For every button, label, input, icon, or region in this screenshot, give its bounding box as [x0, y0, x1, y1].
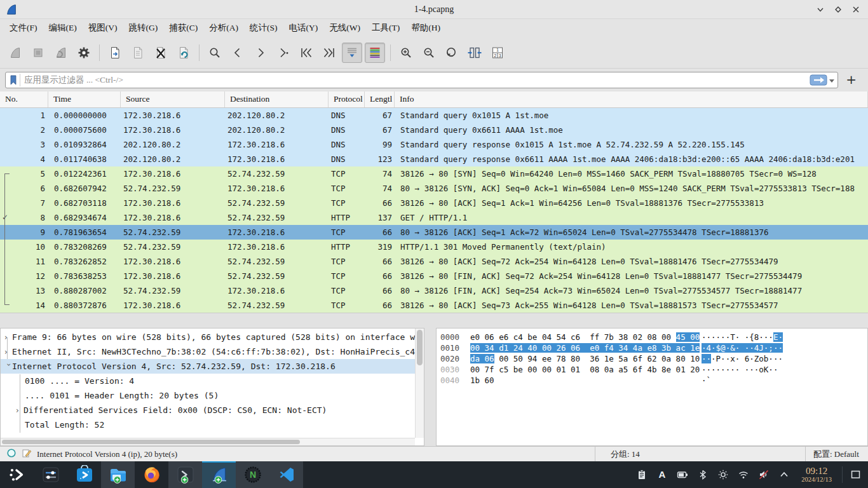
tray-clipboard-icon[interactable]: [634, 466, 650, 483]
colorize-button[interactable]: [365, 43, 385, 63]
close-button[interactable]: [850, 4, 862, 15]
details-line-3[interactable]: 0100 .... = Version: 4: [1, 374, 415, 388]
tray-wifi-icon[interactable]: [735, 466, 752, 483]
hex-bytes[interactable]: 1b 60: [470, 375, 697, 386]
zoom-out-button[interactable]: [419, 43, 439, 63]
details-line-4[interactable]: .... 0101 = Header Length: 20 bytes (5): [1, 388, 415, 403]
menu-go[interactable]: 跳转(G): [123, 20, 164, 36]
taskbar-clock[interactable]: 09:12 2024/12/13: [796, 466, 837, 484]
menu-wireless[interactable]: 无线(W): [323, 20, 366, 36]
hex-row-0030[interactable]: 003000 7f c5 be 00 00 01 01 08 0a a5 6f …: [440, 364, 867, 375]
packet-row-10[interactable]: 100.78320826952.74.232.59172.30.218.6HTT…: [0, 240, 868, 254]
hex-row-0020[interactable]: 0020da 06 00 50 94 ee 78 80 36 1e 5a 6f …: [440, 353, 867, 364]
packet-row-13[interactable]: 130.88028700252.74.232.59172.30.218.6TCP…: [0, 283, 868, 298]
capture-options-button[interactable]: [74, 43, 94, 63]
expand-icon[interactable]: ›: [16, 403, 24, 417]
details-line-1[interactable]: ›Ethernet II, Src: NewH3CTechno_7b:38:02…: [1, 344, 415, 359]
hex-ascii[interactable]: ········ ···oK··: [702, 364, 778, 375]
packet-row-1[interactable]: 10.000000000172.30.218.6202.120.80.2DNS6…: [0, 108, 868, 123]
go-forward-button[interactable]: [250, 43, 271, 63]
hex-row-0010[interactable]: 001000 34 d1 24 40 00 26 06 e0 f4 34 4a …: [440, 342, 867, 353]
column-header-info[interactable]: Info: [395, 92, 868, 107]
tray-arrow-up-icon[interactable]: [776, 466, 792, 483]
hex-row-0040[interactable]: 00401b 60·`: [440, 375, 867, 386]
menu-file[interactable]: 文件(F): [4, 20, 43, 36]
menu-view[interactable]: 视图(V): [83, 20, 123, 36]
menu-tools[interactable]: 工具(T): [366, 20, 405, 36]
column-header-len[interactable]: Lengtl: [365, 92, 395, 107]
go-last-button[interactable]: [319, 43, 339, 63]
column-header-src[interactable]: Source: [121, 92, 225, 107]
file-reload-button[interactable]: [173, 43, 194, 63]
column-header-pro[interactable]: Protocol: [329, 92, 365, 107]
packet-row-14[interactable]: 140.880372876172.30.218.652.74.232.59TCP…: [0, 298, 868, 313]
go-first-button[interactable]: [296, 43, 316, 63]
zoom-reset-button[interactable]: [442, 43, 462, 63]
expand-icon[interactable]: ›: [4, 330, 12, 344]
number-columns-button[interactable]: 123: [487, 43, 508, 63]
display-filter-input[interactable]: [20, 75, 810, 85]
file-save-button[interactable]: [128, 43, 148, 63]
expert-info-icon[interactable]: [6, 448, 17, 461]
details-line-5[interactable]: ›Differentiated Services Field: 0x00 (DS…: [1, 403, 415, 417]
auto-scroll-button[interactable]: [342, 43, 362, 63]
taskbar-app-firefox[interactable]: [135, 461, 168, 488]
details-horizontal-scrollbar[interactable]: [1, 438, 415, 445]
tray-volume-muted-icon[interactable]: [756, 466, 772, 483]
menu-telephony[interactable]: 电话(Y): [283, 20, 324, 36]
hex-bytes[interactable]: e0 06 e6 c4 be 04 54 c6 ff 7b 38 02 08 0…: [470, 332, 697, 342]
capture-comment-icon[interactable]: [22, 448, 32, 461]
hex-ascii[interactable]: ·4·$@·&· ··4J·;··: [702, 342, 783, 353]
taskbar-app-launcher[interactable]: [0, 461, 34, 488]
tray-bluetooth-icon[interactable]: [695, 466, 711, 483]
go-to-packet-button[interactable]: [273, 43, 294, 63]
hex-ascii[interactable]: ···P··x· 6·Zob···: [702, 353, 783, 364]
taskbar-app-app-store[interactable]: [67, 461, 101, 488]
details-line-2[interactable]: ›Internet Protocol Version 4, Src: 52.74…: [1, 359, 415, 374]
column-header-no[interactable]: No.: [0, 92, 48, 107]
packet-row-4[interactable]: 40.011740638202.120.80.2172.30.218.6DNS1…: [0, 152, 868, 166]
menu-capture[interactable]: 捕获(C): [163, 20, 203, 36]
details-line-6[interactable]: Total Length: 52: [1, 417, 415, 432]
packet-row-12[interactable]: 120.783638253172.30.218.652.74.232.59TCP…: [0, 269, 868, 283]
packet-row-9[interactable]: 90.78196365452.74.232.59172.30.218.6TCP6…: [0, 225, 868, 240]
show-desktop-button[interactable]: [848, 466, 864, 483]
tray-brightness-icon[interactable]: [715, 466, 731, 483]
packet-row-5[interactable]: 50.012242361172.30.218.652.74.232.59TCP7…: [0, 166, 868, 181]
packet-row-11[interactable]: 110.783262852172.30.218.652.74.232.59TCP…: [0, 254, 868, 269]
column-header-time[interactable]: Time: [48, 92, 121, 107]
tray-input-method-icon[interactable]: A: [654, 466, 670, 483]
capture-restart-button[interactable]: [51, 43, 71, 63]
apply-filter-button[interactable]: [810, 74, 829, 86]
packet-row-8[interactable]: 80.682934674172.30.218.652.74.232.59HTTP…: [0, 210, 868, 225]
minimize-button[interactable]: [815, 4, 826, 15]
column-header-dst[interactable]: Destination: [225, 92, 329, 107]
bookmark-icon[interactable]: [8, 74, 20, 86]
status-profile[interactable]: 配置: Default: [806, 449, 868, 460]
taskbar-app-neovim[interactable]: N: [236, 461, 269, 488]
details-vertical-scrollbar[interactable]: [415, 329, 424, 438]
hex-ascii[interactable]: ·`: [702, 375, 711, 386]
hex-row-0000[interactable]: 0000e0 06 e6 c4 be 04 54 c6 ff 7b 38 02 …: [440, 332, 867, 342]
hex-bytes[interactable]: 00 34 d1 24 40 00 26 06 e0 f4 34 4a e8 3…: [470, 342, 697, 353]
hex-ascii[interactable]: ······T· ·{8···E·: [702, 332, 783, 342]
resize-columns-button[interactable]: [465, 43, 485, 63]
packet-row-6[interactable]: 60.68260794252.74.232.59172.30.218.6TCP7…: [0, 181, 868, 196]
packet-row-3[interactable]: 30.010932864202.120.80.2172.30.218.6DNS9…: [0, 137, 868, 152]
packet-row-2[interactable]: 20.000075600172.30.218.6202.120.80.2DNS6…: [0, 123, 868, 137]
file-open-button[interactable]: [105, 43, 125, 63]
taskbar-app-wireshark[interactable]: [202, 461, 236, 488]
go-back-button[interactable]: [227, 43, 248, 63]
taskbar-app-vscode[interactable]: [269, 461, 303, 488]
hex-bytes[interactable]: da 06 00 50 94 ee 78 80 36 1e 5a 6f 62 0…: [470, 353, 697, 364]
menu-analyze[interactable]: 分析(A): [203, 20, 244, 36]
taskbar-app-control-center[interactable]: [34, 461, 67, 488]
hex-bytes[interactable]: 00 7f c5 be 00 00 01 01 08 0a a5 6f 4b 8…: [470, 364, 697, 375]
taskbar-app-terminal[interactable]: [168, 461, 202, 488]
pane-splitter-horizontal[interactable]: [0, 313, 868, 328]
add-filter-button[interactable]: +: [838, 72, 863, 88]
capture-start-button[interactable]: [5, 43, 25, 63]
menu-edit[interactable]: 编辑(E): [43, 20, 83, 36]
taskbar-app-file-manager[interactable]: [101, 461, 135, 488]
menu-statistics[interactable]: 统计(S): [244, 20, 283, 36]
